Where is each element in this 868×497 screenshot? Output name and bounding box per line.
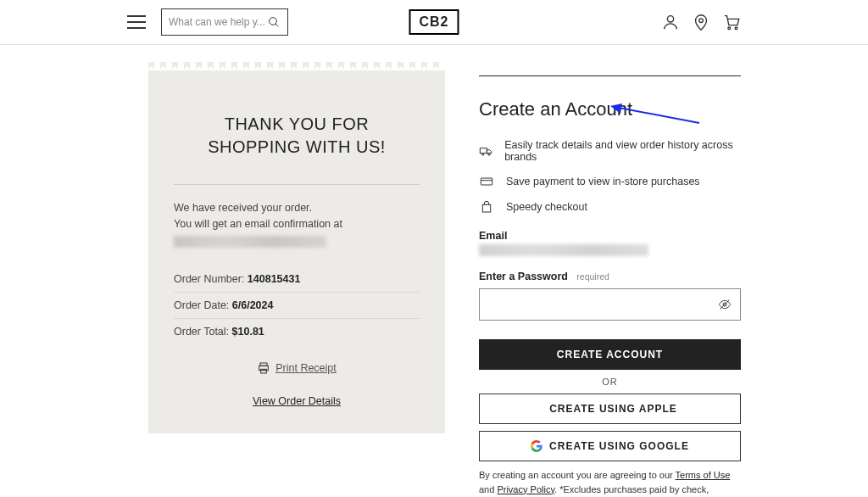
order-number-row: Order Number: 140815431: [174, 266, 420, 293]
view-order-details-link[interactable]: View Order Details: [253, 395, 341, 407]
search-input[interactable]: [169, 16, 267, 28]
location-icon[interactable]: [692, 13, 710, 31]
create-account-button[interactable]: CREATE ACCOUNT: [479, 339, 741, 370]
eye-off-icon[interactable]: [718, 298, 732, 311]
benefit-tracking: Easily track details and view order hist…: [479, 139, 741, 163]
svg-rect-8: [261, 369, 267, 373]
order-receipt-panel: THANK YOU FOR SHOPPING WITH US! We have …: [148, 70, 445, 433]
benefit-checkout: Speedy checkout: [479, 200, 741, 214]
password-field-wrap: [479, 288, 741, 321]
svg-point-4: [728, 27, 731, 30]
password-input[interactable]: [480, 289, 740, 320]
apple-button-label: CREATE USING APPLE: [549, 403, 677, 415]
cart-icon[interactable]: [722, 13, 741, 31]
printer-icon: [257, 361, 270, 375]
benefit-tracking-label: Easily track details and view order hist…: [504, 139, 741, 163]
card-icon: [480, 175, 493, 188]
email-confirmation-text: You will get an email confirmation at: [174, 216, 420, 232]
create-with-apple-button[interactable]: CREATE USING APPLE: [479, 394, 741, 424]
print-receipt-link[interactable]: Print Receipt: [257, 361, 337, 375]
redacted-account-email: [479, 244, 648, 256]
svg-rect-14: [481, 178, 492, 185]
or-separator: OR: [479, 377, 741, 387]
site-header: CB2: [0, 0, 868, 45]
svg-rect-16: [482, 204, 490, 212]
bag-icon: [480, 200, 493, 214]
password-label: Enter a Password: [479, 271, 568, 282]
privacy-link[interactable]: Privacy Policy: [497, 484, 554, 494]
redacted-email: [174, 236, 326, 248]
truck-icon: [479, 144, 492, 158]
thank-you-heading: THANK YOU FOR SHOPPING WITH US!: [174, 113, 420, 159]
svg-point-12: [482, 154, 484, 155]
create-with-google-button[interactable]: CREATE USING GOOGLE: [479, 431, 741, 461]
print-receipt-label: Print Receipt: [275, 362, 337, 374]
password-required-label: required: [576, 271, 609, 282]
order-date-row: Order Date: 6/6/2024: [174, 293, 420, 319]
svg-line-1: [275, 24, 278, 26]
order-received-text: We have received your order.: [174, 200, 420, 216]
benefit-checkout-label: Speedy checkout: [506, 201, 587, 213]
terms-link[interactable]: Terms of Use: [676, 470, 731, 480]
search-box[interactable]: [161, 8, 288, 36]
create-account-heading: Create an Account: [479, 98, 741, 120]
search-icon[interactable]: [267, 15, 281, 29]
menu-button[interactable]: [127, 15, 146, 29]
svg-point-13: [488, 154, 490, 155]
google-icon: [531, 440, 542, 452]
svg-point-5: [735, 27, 737, 30]
order-total-row: Order Total: $10.81: [174, 319, 420, 344]
svg-point-2: [667, 16, 673, 22]
svg-point-3: [699, 19, 704, 23]
google-button-label: CREATE USING GOOGLE: [549, 440, 689, 452]
benefit-payment: Save payment to view in-store purchases: [479, 175, 741, 188]
legal-text: By creating an account you are agreeing …: [479, 468, 741, 497]
benefit-payment-label: Save payment to view in-store purchases: [506, 176, 700, 187]
svg-point-0: [270, 18, 277, 25]
account-icon[interactable]: [661, 13, 680, 31]
email-label: Email: [479, 230, 507, 242]
create-account-panel: Create an Account Easily track details a…: [479, 45, 741, 497]
brand-logo[interactable]: CB2: [409, 9, 459, 35]
svg-rect-11: [480, 148, 487, 154]
